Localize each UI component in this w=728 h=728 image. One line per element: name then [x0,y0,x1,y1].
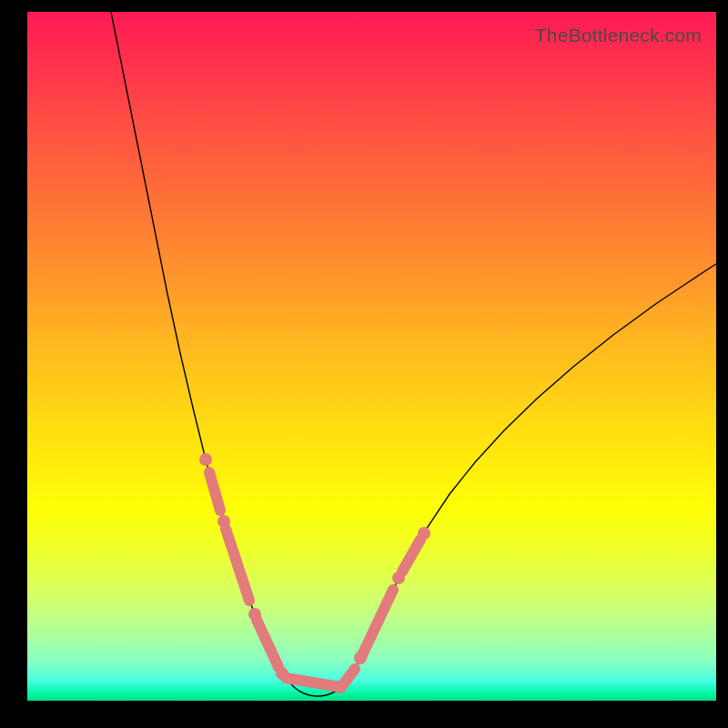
svg-point-24 [276,667,288,680]
svg-point-11 [349,663,360,674]
svg-marker-6 [252,617,284,669]
svg-marker-18 [285,672,341,693]
svg-point-27 [392,571,405,584]
bottleneck-curve-svg [27,12,716,701]
marker-overlay [199,453,430,693]
svg-point-21 [199,453,212,466]
chart-plot-area: TheBottleneck.com [27,12,716,701]
svg-point-22 [217,515,230,528]
svg-marker-12 [358,587,399,657]
bottleneck-curve [111,12,716,696]
svg-point-26 [354,652,367,664]
svg-point-23 [248,608,261,621]
svg-point-1 [204,467,215,478]
svg-point-2 [215,505,226,516]
svg-point-5 [244,595,255,606]
watermark-text: TheBottleneck.com [535,25,702,46]
svg-marker-3 [220,527,254,602]
svg-point-14 [388,584,399,595]
svg-point-25 [334,681,347,693]
svg-point-28 [418,527,430,540]
